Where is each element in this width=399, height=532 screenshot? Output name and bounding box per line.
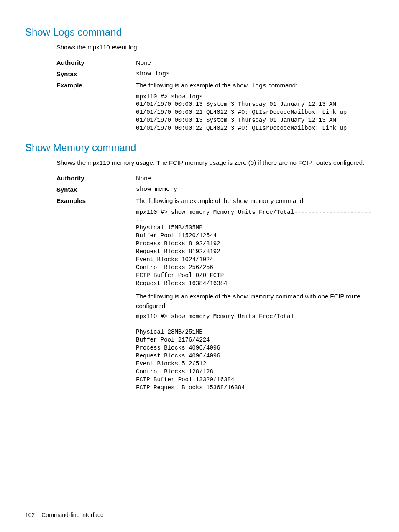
example-intro-code: show logs — [233, 82, 266, 90]
section-show-memory: Show Memory command Shows the mpx110 mem… — [25, 141, 374, 396]
section-show-logs: Show Logs command Shows the mpx110 event… — [25, 25, 374, 136]
example-intro-suffix: command: — [274, 197, 305, 204]
section-description: Shows the mpx110 event log. — [56, 43, 374, 51]
row-authority: Authority None — [56, 174, 374, 182]
row-syntax: Syntax show memory — [56, 185, 374, 194]
row-label: Example — [56, 81, 136, 90]
row-syntax: Syntax show logs — [56, 69, 374, 78]
row-examples: Examples The following is an example of … — [56, 196, 374, 396]
section-title: Show Memory command — [25, 141, 374, 155]
row-label: Examples — [56, 196, 136, 205]
section-description: Shows the mpx110 memory usage. The FCIP … — [56, 158, 374, 167]
row-label: Authority — [56, 174, 136, 182]
example2-intro-code: show memory — [233, 293, 274, 301]
row-example: Example The following is an example of t… — [56, 81, 374, 136]
row-value: show memory — [136, 185, 374, 194]
row-authority: Authority None — [56, 58, 374, 67]
example-intro-prefix: The following is an example of the — [136, 82, 233, 89]
example-output: mpx110 #> show memory Memory Units Free/… — [136, 208, 374, 288]
row-value: None — [136, 174, 374, 182]
example-intro-prefix: The following is an example of the — [136, 197, 233, 204]
example2-intro-prefix: The following is an example of the — [136, 293, 233, 300]
row-value: The following is an example of the show … — [136, 81, 374, 136]
row-label: Authority — [56, 58, 136, 67]
example-intro-suffix: command: — [266, 82, 297, 89]
row-value: The following is an example of the show … — [136, 196, 374, 396]
example2-output: mpx110 #> show memory Memory Units Free/… — [136, 313, 374, 392]
row-label: Syntax — [56, 185, 136, 194]
example-output: mpx110 #> show logs 01/01/1970 00:00:13 … — [136, 93, 374, 132]
row-value: show logs — [136, 69, 374, 78]
row-value: None — [136, 58, 374, 67]
row-label: Syntax — [56, 69, 136, 78]
section-title: Show Logs command — [25, 25, 374, 39]
example-intro-code: show memory — [233, 198, 274, 205]
